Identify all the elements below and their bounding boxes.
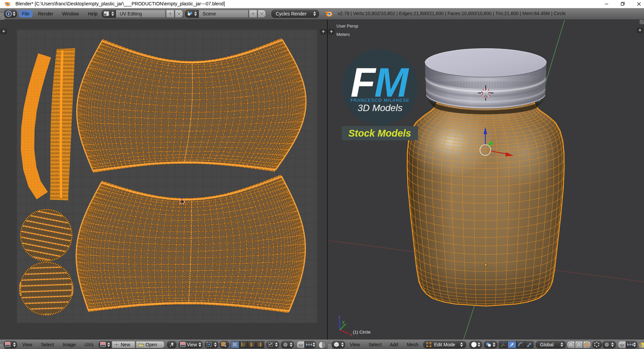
svg-text:y: y	[342, 319, 344, 324]
svg-text:z: z	[338, 315, 340, 319]
svg-text:Stock Models: Stock Models	[348, 128, 411, 139]
svg-text:x: x	[350, 332, 352, 337]
svg-text:FRANCESCO MILANESE: FRANCESCO MILANESE	[351, 98, 410, 103]
svg-text:3D Models: 3D Models	[358, 103, 402, 113]
